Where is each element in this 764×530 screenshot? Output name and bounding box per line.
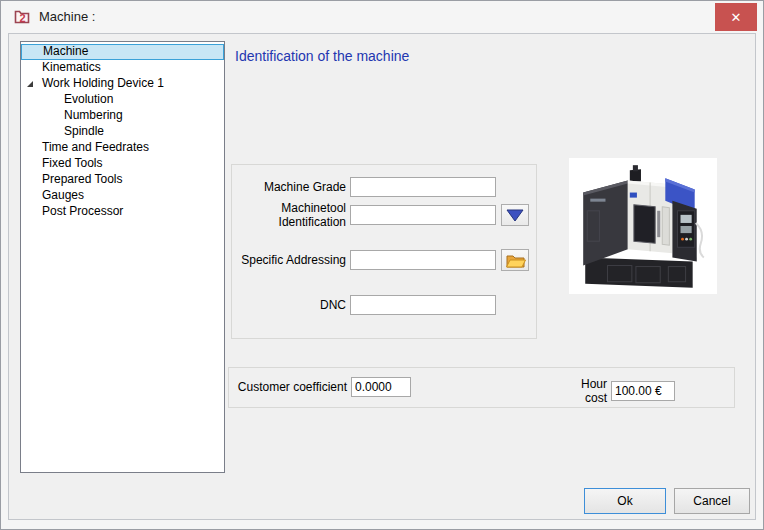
specific-addressing-label: Specific Addressing bbox=[232, 253, 350, 267]
cnc-machine-photo bbox=[569, 158, 717, 294]
customer-coefficient-label: Customer coefficient bbox=[233, 380, 351, 394]
customer-coefficient-input[interactable] bbox=[351, 377, 411, 397]
dnc-input[interactable] bbox=[350, 295, 496, 315]
window-title: Machine : bbox=[39, 9, 95, 24]
settings-tree: Machine Kinematics Work Holding Device 1… bbox=[20, 41, 225, 473]
costs-groupbox: Customer coefficient Hour cost bbox=[228, 367, 735, 408]
titlebar: 2 Machine : ✕ bbox=[1, 1, 763, 33]
tree-item-work-holding-device-1[interactable]: Work Holding Device 1 bbox=[21, 76, 224, 92]
svg-text:2: 2 bbox=[19, 12, 25, 24]
machinetool-identification-input[interactable] bbox=[350, 205, 496, 225]
hour-cost-input[interactable] bbox=[611, 381, 675, 401]
open-folder-icon bbox=[505, 252, 526, 269]
tree-item-machine[interactable]: Machine bbox=[21, 44, 224, 60]
tree-item-post-processor[interactable]: Post Processor bbox=[21, 204, 224, 220]
ok-button[interactable]: Ok bbox=[584, 488, 666, 514]
tree-item-fixed-tools[interactable]: Fixed Tools bbox=[21, 156, 224, 172]
dialog-body: Machine Kinematics Work Holding Device 1… bbox=[8, 33, 756, 520]
tree-item-kinematics[interactable]: Kinematics bbox=[21, 60, 224, 76]
specific-addressing-browse-button[interactable] bbox=[501, 249, 529, 271]
machine-grade-label: Machine Grade bbox=[232, 180, 350, 194]
cancel-button[interactable]: Cancel bbox=[674, 488, 750, 514]
machine-dialog: 2 Machine : ✕ Machine Kinematics Work Ho… bbox=[0, 0, 764, 530]
tree-item-time-and-feedrates[interactable]: Time and Feedrates bbox=[21, 140, 224, 156]
tree-item-spindle[interactable]: Spindle bbox=[21, 124, 224, 140]
app-logo-2-icon: 2 bbox=[12, 7, 32, 27]
tree-item-evolution[interactable]: Evolution bbox=[21, 92, 224, 108]
tree-item-numbering[interactable]: Numbering bbox=[21, 108, 224, 124]
close-icon: ✕ bbox=[731, 10, 742, 25]
tree-item-gauges[interactable]: Gauges bbox=[21, 188, 224, 204]
specific-addressing-input[interactable] bbox=[350, 250, 496, 270]
machinetool-identification-dropdown-button[interactable] bbox=[501, 204, 529, 226]
identification-groupbox: Machine Grade Machinetool Identification… bbox=[231, 164, 537, 339]
tree-item-prepared-tools[interactable]: Prepared Tools bbox=[21, 172, 224, 188]
page-title: Identification of the machine bbox=[235, 48, 409, 64]
tree-expanded-triangle-icon[interactable] bbox=[25, 79, 35, 89]
cnc-machine-illustration bbox=[569, 158, 717, 294]
blue-down-arrow-icon bbox=[505, 207, 525, 223]
close-button[interactable]: ✕ bbox=[715, 3, 757, 31]
machine-grade-input[interactable] bbox=[350, 177, 496, 197]
hour-cost-label: Hour cost bbox=[559, 377, 611, 405]
dnc-label: DNC bbox=[232, 298, 350, 312]
machinetool-identification-label: Machinetool Identification bbox=[232, 201, 350, 229]
